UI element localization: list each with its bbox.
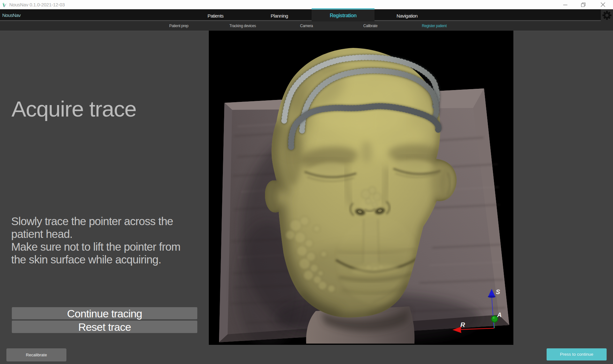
- svg-text:S: S: [496, 288, 500, 295]
- svg-text:A: A: [497, 311, 502, 318]
- svg-text:R: R: [460, 321, 465, 328]
